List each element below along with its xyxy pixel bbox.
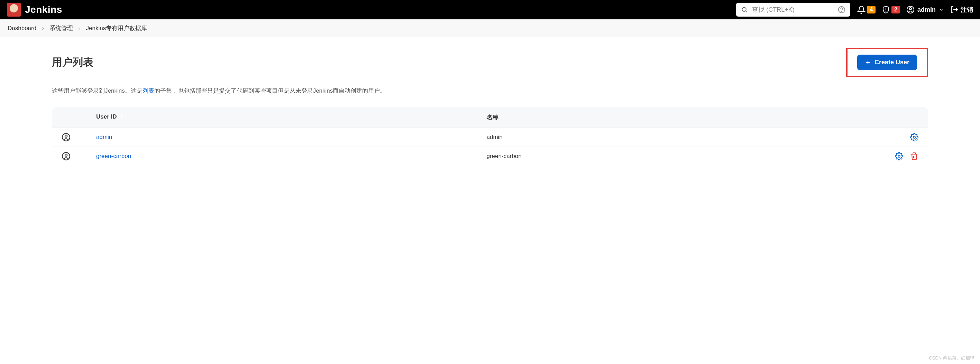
logo-area[interactable]: Jenkins (7, 3, 62, 17)
svg-point-12 (65, 135, 67, 138)
header-actions: 4 2 admin 注销 (857, 6, 973, 14)
search-box[interactable] (736, 3, 850, 17)
search-icon (741, 6, 748, 13)
help-icon[interactable] (838, 6, 845, 13)
page-title: 用户列表 (52, 55, 94, 70)
page-description: 这些用户能够登录到Jenkins。这是列表的子集，也包括那些只是提交了代码到某些… (52, 87, 928, 95)
logout-label: 注销 (961, 6, 973, 14)
user-label: admin (917, 6, 936, 13)
user-icon (62, 133, 96, 142)
page-head: 用户列表 Create User (52, 48, 928, 77)
svg-point-7 (910, 8, 912, 10)
user-icon (906, 6, 915, 14)
configure-user-button[interactable] (895, 152, 903, 161)
col-name[interactable]: 名称 (487, 113, 877, 121)
create-user-label: Create User (875, 59, 910, 66)
brand-text: Jenkins (25, 4, 62, 15)
alert-badge: 2 (891, 6, 900, 13)
sort-indicator: ↓ (120, 113, 124, 120)
breadcrumb-item[interactable]: 系统管理 (49, 24, 73, 32)
table-header: User ID ↓ 名称 (52, 107, 928, 127)
shield-icon (882, 6, 890, 14)
notifications-button[interactable]: 4 (857, 6, 875, 14)
user-name: admin (487, 134, 877, 141)
configure-user-button[interactable] (910, 133, 918, 141)
top-header: Jenkins 4 2 admin 注销 (0, 0, 980, 19)
svg-point-3 (842, 11, 842, 12)
users-table: User ID ↓ 名称 adminadmingreen-carbongreen… (52, 107, 928, 165)
create-user-button[interactable]: Create User (857, 55, 917, 70)
chevron-down-icon (939, 7, 944, 13)
user-id-link[interactable]: admin (96, 134, 487, 141)
svg-point-15 (65, 154, 67, 157)
jenkins-logo-icon (7, 3, 21, 17)
user-menu[interactable]: admin (906, 6, 944, 14)
plus-icon (865, 59, 871, 66)
main-content: 用户列表 Create User 这些用户能够登录到Jenkins。这是列表的子… (0, 37, 980, 180)
svg-point-0 (742, 7, 746, 11)
table-row: adminadmin (52, 127, 928, 146)
list-link[interactable]: 列表 (143, 87, 154, 94)
col-userid[interactable]: User ID ↓ (96, 113, 487, 121)
chevron-right-icon: › (78, 25, 81, 32)
svg-point-5 (886, 11, 886, 11)
notif-badge: 4 (867, 6, 875, 13)
search-input[interactable] (752, 6, 834, 13)
create-highlight-box: Create User (846, 48, 928, 77)
breadcrumb-item[interactable]: Dashboard (8, 25, 36, 32)
delete-user-button[interactable] (910, 152, 918, 161)
breadcrumb: Dashboard › 系统管理 › Jenkins专有用户数据库 (0, 19, 980, 37)
chevron-right-icon: › (42, 25, 44, 32)
logout-button[interactable]: 注销 (950, 6, 973, 14)
table-row: green-carbongreen-carbon (52, 146, 928, 165)
logout-icon (950, 6, 959, 14)
bell-icon (857, 6, 865, 14)
user-icon (62, 152, 96, 161)
svg-point-13 (913, 136, 915, 138)
svg-line-1 (746, 11, 747, 13)
breadcrumb-item[interactable]: Jenkins专有用户数据库 (86, 24, 147, 32)
svg-point-16 (898, 155, 900, 157)
security-alerts-button[interactable]: 2 (882, 6, 900, 14)
user-id-link[interactable]: green-carbon (96, 153, 487, 160)
user-name: green-carbon (487, 153, 877, 160)
